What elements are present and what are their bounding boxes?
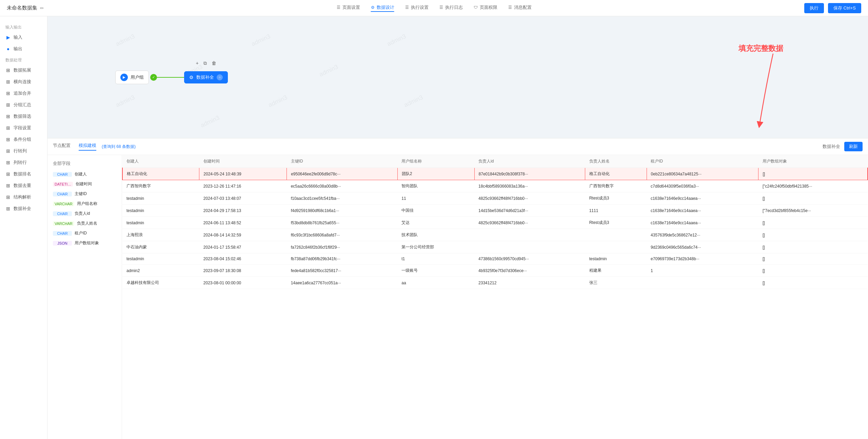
- refresh-button[interactable]: 刷新: [844, 142, 863, 151]
- sidebar-icon: ⊞: [5, 91, 11, 96]
- data-supplement-icon: ⚙: [189, 75, 194, 80]
- sidebar-item-数据拓展[interactable]: ⊞数据拓展: [0, 64, 47, 76]
- table-cell-4-2: f53bd8db8b761fb25a655···: [287, 217, 398, 229]
- table-container: 全部字段 CHAR创建人DATETI…创建时间CHAR主键IDVARCHAR用户…: [47, 155, 868, 439]
- table-cell-0-4: 87e018442b9c0b308f378···: [474, 168, 585, 180]
- table-row[interactable]: testadmin2024-06-11 13:48:52f53bd8db8b76…: [122, 217, 868, 229]
- field-item-用户数组对象[interactable]: JSON用户数组对象: [47, 238, 122, 248]
- table-cell-7-5: testadmin: [585, 253, 647, 265]
- table-cell-8-7: []: [758, 265, 868, 277]
- field-type-badge: JSON: [53, 241, 72, 246]
- table-row[interactable]: 上海熙浪2024-08-14 14:32:59f6c93c3f1bc68606a…: [122, 229, 868, 241]
- execute-button[interactable]: 执行: [804, 3, 824, 13]
- flow-node-user-group[interactable]: ▶ 用户组: [115, 71, 149, 84]
- table-cell-4-0: testadmin: [122, 217, 199, 229]
- table-cell-8-5: 程建果: [585, 265, 647, 277]
- sidebar-icon: ⊞: [5, 114, 11, 119]
- field-item-创建时间[interactable]: DATETI…创建时间: [47, 179, 122, 189]
- delete-icon[interactable]: 🗑: [212, 60, 216, 66]
- main-layout: 输入输出 ▶ 输入 ● 输出 数据处理 ⊞数据拓展⊞横向连接⊞追加合并⊞分组汇总…: [0, 16, 868, 439]
- header-tab-data-design[interactable]: ⚙数据设计: [371, 4, 394, 12]
- field-item-负责人id[interactable]: CHAR负责人id: [47, 209, 122, 218]
- field-item-创建人[interactable]: CHAR创建人: [47, 169, 122, 179]
- flow-node-data-supplement[interactable]: + ⧉ 🗑 ⚙ 数据补全 ○: [184, 71, 228, 83]
- table-row[interactable]: 格工自动化2024-05-24 10:48:39e950646ee2fe006d…: [122, 168, 868, 180]
- tab-icon: ⚙: [371, 5, 375, 10]
- table-row[interactable]: admin22023-09-07 18:30:08fede4a81b582f0c…: [122, 265, 868, 277]
- field-type-badge: CHAR: [53, 172, 72, 177]
- sidebar-item-字段设置[interactable]: ⊞字段设置: [0, 122, 47, 134]
- data-table-wrapper[interactable]: 创建人创建时间主键ID用户组名称负责人id负责人姓名租户ID用户数组对象 格工自…: [122, 155, 868, 439]
- table-cell-8-2: fede4a81b582f0cc325817···: [287, 265, 398, 277]
- fields-panel: 全部字段 CHAR创建人DATETI…创建时间CHAR主键IDVARCHAR用户…: [47, 155, 122, 439]
- sidebar-item-数据排名[interactable]: ⊞数据排名: [0, 168, 47, 180]
- table-cell-1-4: 18c4bbf589366083a136a···: [474, 180, 585, 192]
- sidebar-item-行转列[interactable]: ⊞行转列: [0, 145, 47, 157]
- sidebar-item-label: 追加合并: [14, 90, 31, 96]
- table-cell-9-5: 张三: [585, 277, 647, 289]
- sidebar-item-label: 列转行: [14, 159, 27, 166]
- sidebar-item-数据补全[interactable]: ⊞数据补全: [0, 203, 47, 214]
- sidebar-item-分组汇总[interactable]: ⊞分组汇总: [0, 99, 47, 111]
- user-group-box[interactable]: ▶ 用户组: [115, 71, 149, 84]
- sidebar-item-数据去重[interactable]: ⊞数据去重: [0, 180, 47, 191]
- table-cell-3-6: c1638e71646e9cc14aaea···: [647, 205, 758, 217]
- field-item-主键ID[interactable]: CHAR主键ID: [47, 189, 122, 199]
- canvas-area[interactable]: admin3 admin3 admin3 admin3 admin3 admin…: [47, 16, 868, 138]
- field-item-负责人姓名[interactable]: VARCHAR负责人姓名: [47, 218, 122, 228]
- edit-icon[interactable]: ✏: [40, 5, 44, 11]
- field-name: 租户ID: [75, 230, 87, 236]
- table-row[interactable]: testadmin2023-08-04 15:02:46fb738a87dd06…: [122, 253, 868, 265]
- field-type-badge: VARCHAR: [53, 221, 74, 226]
- sidebar-icon: ⊞: [5, 125, 11, 131]
- table-cell-2-2: f10aac3cd1cee5fc541fba···: [287, 192, 398, 205]
- sidebar-item-追加合并[interactable]: ⊞追加合并: [0, 88, 47, 99]
- header-tab-exec-settings[interactable]: ☰执行设置: [405, 4, 429, 12]
- sidebar-item-条件分组[interactable]: ⊞条件分组: [0, 134, 47, 145]
- field-item-租户ID[interactable]: CHAR租户ID: [47, 228, 122, 238]
- table-row[interactable]: 中石油内蒙2024-01-17 15:58:47fa7262c846f2b36c…: [122, 241, 868, 253]
- table-cell-6-1: 2024-01-17 15:58:47: [199, 241, 287, 253]
- tab-mock-build[interactable]: 模拟建模: [79, 142, 96, 151]
- table-cell-8-4: 4b9325f0e7f3d7d306ece···: [474, 265, 585, 277]
- tab-label: 执行日志: [445, 4, 463, 11]
- play-icon: ▶: [120, 74, 128, 81]
- field-type-badge: DATETI…: [53, 182, 73, 187]
- table-row[interactable]: 卓越科技有限公司2023-08-01 00:00:0014aee1a6ca277…: [122, 277, 868, 289]
- header-tab-page-perms[interactable]: 🛡页面权限: [474, 4, 497, 12]
- table-cell-9-0: 卓越科技有限公司: [122, 277, 199, 289]
- tab-label: 页面权限: [480, 4, 497, 11]
- dataset-title: 未命名数据集: [7, 5, 37, 11]
- field-item-用户组名称[interactable]: VARCHAR用户组名称: [47, 199, 122, 209]
- table-cell-8-6: 1: [647, 265, 758, 277]
- sidebar-item-数据筛选[interactable]: ⊞数据筛选: [0, 111, 47, 122]
- field-name: 负责人id: [75, 211, 90, 216]
- connector: ✓: [149, 74, 184, 81]
- table-row[interactable]: testadmin2024-07-03 13:48:07f10aac3cd1ce…: [122, 192, 868, 205]
- table-cell-7-4: 47386b1560c99570cd945···: [474, 253, 585, 265]
- sidebar-item-output[interactable]: ● 输出: [0, 43, 47, 55]
- table-cell-3-2: f4d92591980df68c1b6a1···: [287, 205, 398, 217]
- save-button[interactable]: 保存 Ctrl+S: [828, 3, 861, 13]
- copy-icon[interactable]: ⧉: [203, 60, 207, 66]
- data-supplement-box[interactable]: ⚙ 数据补全 ○: [184, 71, 228, 83]
- sidebar-item-横向连接[interactable]: ⊞横向连接: [0, 76, 47, 88]
- field-type-badge: VARCHAR: [53, 202, 74, 206]
- table-row[interactable]: testadmin2024-04-29 17:58:13f4d92591980d…: [122, 205, 868, 217]
- header-tabs: ☰页面设置⚙数据设计☰执行设置☰执行日志🛡页面权限☰消息配置: [337, 4, 532, 12]
- sidebar-icon: ⊞: [5, 183, 11, 188]
- table-cell-4-7: []: [758, 217, 868, 229]
- table-cell-0-3: 团队2: [397, 168, 474, 180]
- add-icon[interactable]: +: [196, 60, 198, 66]
- sidebar-item-结构解析[interactable]: ⊞结构解析: [0, 191, 47, 203]
- sidebar-item-列转行[interactable]: ⊞列转行: [0, 157, 47, 168]
- header-tab-exec-log[interactable]: ☰执行日志: [439, 4, 463, 12]
- header-tab-page-settings[interactable]: ☰页面设置: [337, 4, 360, 12]
- table-row[interactable]: 广西智尚数字2023-12-26 11:47:16ec5aa26c6666c08…: [122, 180, 868, 192]
- sidebar-section-io: 输入输出: [0, 22, 47, 32]
- tab-node-config[interactable]: 节点配置: [53, 142, 71, 151]
- watermark: admin3: [403, 94, 424, 109]
- header-tab-msg-config[interactable]: ☰消息配置: [508, 4, 532, 12]
- annotation-text: 填充完整数据: [738, 43, 783, 54]
- sidebar-item-input[interactable]: ▶ 输入: [0, 32, 47, 43]
